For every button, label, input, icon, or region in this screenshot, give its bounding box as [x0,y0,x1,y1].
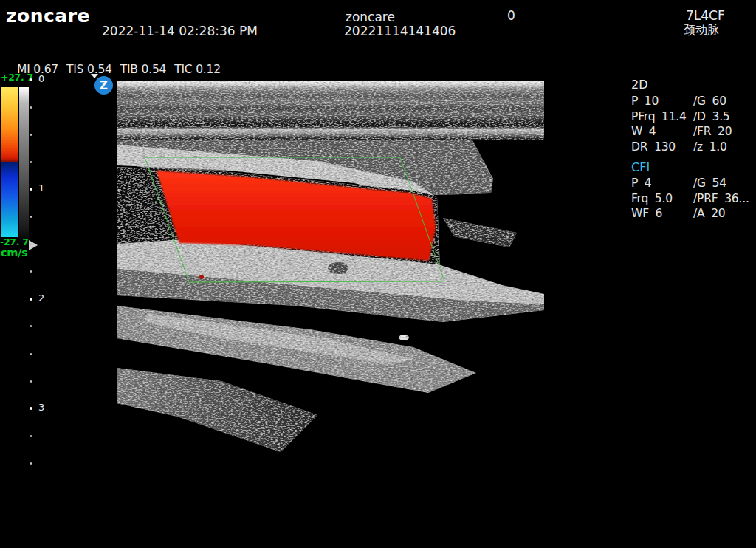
depth-tick-minor [30,380,32,383]
depth-tick-minor [30,216,32,218]
panel-2d-rows: P 10/G 60PFrq 11.4/D 3.5W 4/FR 20DR 130/… [631,95,756,155]
param-right: /D 3.5 [693,110,756,126]
param-row: WF 6/A 20 [631,207,756,222]
z-logo-icon: Z [94,76,113,95]
depth-tick-minor [30,462,32,465]
frame-counter: 0 [507,8,515,23]
depth-tick-major [30,188,32,191]
stray-flow-pixel [199,275,204,279]
acoustic-output-item: TIB 0.54 [120,63,167,76]
param-left: WF 6 [631,207,693,222]
param-right: /FR 20 [693,125,756,140]
depth-tick-minor [30,134,32,136]
depth-ruler: 0123 [0,0,52,548]
depth-tick-major [30,78,32,81]
param-left: P 4 [631,177,693,192]
param-left: Frq 5.0 [631,192,693,208]
datetime-display: 2022-11-14 02:28:36 PM [102,24,258,38]
depth-label: 1 [38,182,50,193]
param-left: PFrq 11.4 [631,110,693,126]
institution-name: zoncare [346,10,395,24]
depth-tick-minor [30,353,32,355]
depth-tick-minor [30,243,32,245]
param-right: /z 1.0 [693,140,756,156]
param-row: Frq 5.0/PRF 36... [631,192,756,208]
param-right: /G 60 [693,95,756,110]
param-left: DR 130 [631,140,693,156]
depth-tick-minor [30,325,32,327]
param-row: P 4/G 54 [631,177,756,192]
param-row: PFrq 11.4/D 3.5 [631,110,756,126]
depth-label: 3 [38,402,50,413]
acoustic-output-item: TIC 0.12 [174,63,221,76]
ultrasound-image [117,80,545,474]
ultrasound-screen: { "header": { "brand": "zoncare", "datet… [0,0,756,548]
param-left: W 4 [631,125,693,140]
exam-preset: 颈动脉 [684,23,719,38]
probe-model: 7L4CF [686,8,725,23]
param-row: W 4/FR 20 [631,125,756,140]
study-id: 20221114141406 [344,24,456,38]
depth-label: 2 [38,292,50,304]
panel-cfi-rows: P 4/G 54Frq 5.0/PRF 36...WF 6/A 20 [631,177,756,222]
depth-tick-minor [30,435,32,437]
param-right: /A 20 [693,207,756,222]
depth-tick-major [30,298,32,301]
acoustic-output-item: TIS 0.54 [66,63,112,76]
depth-tick-minor [30,270,32,273]
depth-label: 0 [38,73,50,84]
param-row: DR 130/z 1.0 [631,140,756,156]
depth-tick-minor [30,161,32,163]
panel-cfi-title: CFI [631,160,650,174]
param-right: /PRF 36... [693,192,756,208]
depth-tick-minor [30,106,32,109]
param-left: P 10 [631,95,693,110]
depth-tick-major [30,407,32,410]
param-row: P 10/G 60 [631,95,756,110]
panel-2d-title: 2D [631,78,648,92]
param-right: /G 54 [693,177,756,192]
